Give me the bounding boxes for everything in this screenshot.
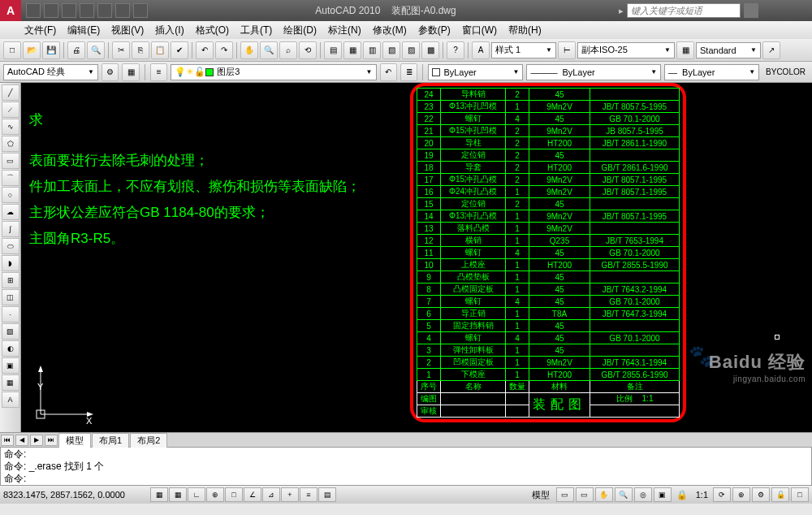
snap-toggle[interactable]: ▦ [150, 487, 168, 502]
style-combo[interactable]: 样式 1▼ [491, 42, 556, 58]
menu-modify[interactable]: 修改(M) [373, 24, 407, 37]
paste-icon[interactable]: 📋 [151, 41, 169, 59]
layer-state-icon[interactable]: ≣ [400, 63, 417, 81]
qat-undo-icon[interactable] [80, 3, 94, 18]
menu-help[interactable]: 帮助(H) [508, 24, 542, 37]
layer-prev-icon[interactable]: ↶ [380, 63, 397, 81]
tab-nav-prev-icon[interactable]: ◀ [15, 435, 28, 446]
cut-icon[interactable]: ✂ [112, 41, 130, 59]
tab-nav-last-icon[interactable]: ⏭ [45, 435, 58, 446]
app-logo[interactable]: A [0, 0, 21, 21]
save-icon[interactable]: 💾 [42, 41, 60, 59]
anno-visibility-icon[interactable]: ⟳ [713, 487, 731, 502]
pline-icon[interactable]: ∿ [2, 119, 19, 135]
color-combo[interactable]: ByLayer▼ [428, 64, 523, 80]
menu-parametric[interactable]: 参数(P) [418, 24, 451, 37]
grid-toggle[interactable]: ▦ [169, 487, 187, 502]
insert-icon[interactable]: ⊞ [2, 272, 19, 288]
calc-icon[interactable]: ▩ [421, 41, 439, 59]
zoom-window-icon[interactable]: ⌕ [279, 41, 297, 59]
gradient-icon[interactable]: ◐ [2, 340, 19, 357]
match-icon[interactable]: ✔ [171, 41, 188, 59]
menu-dimension[interactable]: 标注(N) [328, 24, 361, 37]
spline-icon[interactable]: ∫ [2, 221, 19, 237]
ellipse-arc-icon[interactable]: ◗ [2, 255, 19, 271]
ducs-toggle[interactable]: ⊿ [262, 487, 280, 502]
mtext-icon[interactable]: A [2, 392, 19, 408]
clean-screen-icon[interactable]: □ [791, 487, 809, 502]
ws-settings-icon[interactable]: ⚙ [102, 63, 119, 81]
table-icon[interactable]: ▦ [676, 41, 694, 59]
qat-save-icon[interactable] [62, 3, 76, 18]
menu-format[interactable]: 格式(O) [196, 24, 229, 37]
search-icon[interactable] [744, 3, 758, 18]
quickview-layouts-icon[interactable]: ▭ [556, 487, 574, 502]
anno-autoscale-icon[interactable]: ⊕ [732, 487, 750, 502]
zoom-prev-icon[interactable]: ⟲ [299, 41, 317, 59]
table-icon[interactable]: ▦ [2, 374, 19, 391]
hatch-icon[interactable]: ▨ [2, 323, 19, 340]
tab-nav-first-icon[interactable]: ⏮ [1, 435, 14, 446]
lineweight-combo[interactable]: —ByLayer▼ [664, 64, 759, 80]
pan-status-icon[interactable]: ✋ [595, 487, 613, 502]
zoom-status-icon[interactable]: 🔍 [615, 487, 633, 502]
model-space-label[interactable]: 模型 [527, 489, 555, 501]
mleader-icon[interactable]: ↗ [762, 41, 780, 59]
linetype-combo[interactable]: ———ByLayer▼ [526, 64, 661, 80]
help-icon[interactable]: ? [447, 41, 464, 59]
tab-nav-next-icon[interactable]: ▶ [30, 435, 43, 446]
undo-icon[interactable]: ↶ [196, 41, 214, 59]
ellipse-icon[interactable]: ⬭ [2, 238, 19, 254]
revcloud-icon[interactable]: ☁ [2, 204, 19, 220]
drawing-canvas[interactable]: 求 表面要进行去除毛刺的处理； 件加工表面上，不应有划痕、擦伤和损伤等表面缺陷；… [21, 83, 812, 432]
command-window[interactable]: 命令: 命令: _.erase 找到 1 个 命令: [0, 447, 812, 486]
workspace-switch-icon[interactable]: ⚙ [752, 487, 770, 502]
copy-icon[interactable]: ⎘ [132, 41, 149, 59]
anno-scale-lock-icon[interactable]: 🔒 [673, 490, 691, 500]
tab-layout1[interactable]: 布局1 [92, 433, 129, 448]
menu-tools[interactable]: 工具(T) [240, 24, 272, 37]
info-center-arrow-icon[interactable]: ▸ [619, 6, 624, 16]
ws-tools-icon[interactable]: ▦ [122, 63, 139, 81]
line-icon[interactable]: ╱ [2, 84, 19, 101]
arc-icon[interactable]: ⌒ [2, 170, 19, 186]
menu-insert[interactable]: 插入(I) [155, 24, 184, 37]
tab-layout2[interactable]: 布局2 [130, 433, 167, 448]
layer-props-icon[interactable]: ≡ [150, 63, 167, 81]
plot-icon[interactable]: 🖨 [67, 41, 85, 59]
pan-icon[interactable]: ✋ [240, 41, 258, 59]
layer-combo[interactable]: 💡 ☀ 🔓 图层3 ▼ [171, 64, 376, 80]
qat-new-icon[interactable] [26, 3, 41, 18]
circle-icon[interactable]: ○ [2, 187, 19, 203]
qat-print-icon[interactable] [115, 3, 130, 18]
xline-icon[interactable]: ⟋ [2, 102, 19, 118]
workspace-combo[interactable]: AutoCAD 经典▼ [3, 64, 98, 80]
cmd-prompt[interactable]: 命令: [4, 473, 808, 485]
sheet-set-icon[interactable]: ▧ [382, 41, 400, 59]
quickview-drawings-icon[interactable]: ▭ [576, 487, 594, 502]
osnap-toggle[interactable]: □ [225, 487, 243, 502]
search-input[interactable] [627, 3, 741, 18]
steering-wheel-icon[interactable]: ◎ [634, 487, 652, 502]
style-icon[interactable]: A [472, 41, 490, 59]
tool-palette-icon[interactable]: ▥ [363, 41, 381, 59]
polygon-icon[interactable]: ⬠ [2, 136, 19, 152]
preview-icon[interactable]: 🔍 [87, 41, 105, 59]
textstyle-combo[interactable]: Standard▼ [696, 42, 761, 58]
otrack-toggle[interactable]: ∠ [244, 487, 261, 502]
ortho-toggle[interactable]: ∟ [188, 487, 205, 502]
zoom-icon[interactable]: 🔍 [260, 41, 278, 59]
tab-model[interactable]: 模型 [58, 433, 91, 448]
qp-toggle[interactable]: ▤ [318, 487, 336, 502]
menu-view[interactable]: 视图(V) [111, 24, 144, 37]
toolbar-lock-icon[interactable]: 🔓 [771, 487, 789, 502]
redo-icon[interactable]: ↷ [215, 41, 233, 59]
new-icon[interactable]: □ [3, 41, 21, 59]
lwt-toggle[interactable]: ≡ [300, 487, 317, 502]
dyn-toggle[interactable]: + [281, 487, 299, 502]
block-icon[interactable]: ◫ [2, 289, 19, 305]
showmotion-icon[interactable]: ▣ [654, 487, 672, 502]
open-icon[interactable]: 📂 [23, 41, 41, 59]
rectangle-icon[interactable]: ▭ [2, 153, 19, 169]
dim-icon[interactable]: ⊢ [558, 41, 576, 59]
